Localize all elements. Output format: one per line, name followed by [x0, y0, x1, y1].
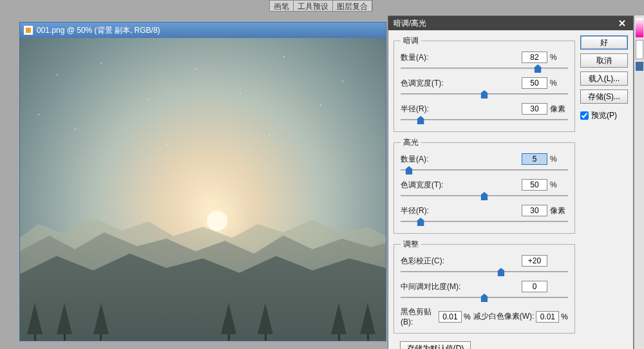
adjust-group: 调整 色彩校正(C): 中间调对比度(M): 黑色剪贴(B): % 减少白色像素… [393, 239, 575, 334]
shadows-tonal-unit: % [550, 79, 568, 88]
highlights-tonal-label: 色调宽度(T): [401, 180, 522, 191]
shadows-legend: 暗调 [401, 35, 421, 46]
tab-tool-presets[interactable]: 工具预设 [294, 1, 333, 11]
mid-contrast-label: 中间调对比度(M): [401, 281, 522, 292]
tool-tabs: 画笔 工具预设 图层复合 [269, 0, 373, 12]
shadows-tonal-label: 色调宽度(T): [401, 78, 522, 89]
ok-button[interactable]: 好 [580, 35, 628, 50]
color-correct-slider[interactable] [401, 268, 568, 277]
dialog-title: 暗调/高光 [393, 18, 426, 29]
color-correct-label: 色彩校正(C): [401, 256, 522, 267]
shadows-radius-label: 半径(R): [401, 104, 522, 115]
dialog-titlebar[interactable]: 暗调/高光 [388, 16, 633, 30]
highlights-radius-slider[interactable] [401, 218, 568, 227]
white-clip-input[interactable] [536, 311, 559, 323]
preview-input[interactable] [580, 111, 589, 120]
mid-contrast-slider[interactable] [401, 294, 568, 303]
shadows-group: 暗调 数量(A): % 色调宽度(T): % 半径(R): 像素 [393, 35, 575, 132]
save-defaults-button[interactable]: 存储为默认值(D) [400, 341, 471, 349]
shadows-highlights-dialog: 暗调/高光 暗调 数量(A): % 色调宽度(T): % 半径(R): 像素 [388, 15, 634, 349]
file-icon [24, 26, 33, 35]
highlights-radius-unit: 像素 [550, 205, 568, 216]
mid-contrast-input[interactable] [522, 281, 547, 292]
shadows-amount-input[interactable] [522, 52, 547, 63]
adjust-legend: 调整 [401, 239, 421, 250]
load-button[interactable]: 载入(L)... [580, 71, 628, 86]
highlights-group: 高光 数量(A): % 色调宽度(T): % 半径(R): 像素 [393, 137, 575, 234]
highlights-amount-unit: % [550, 155, 568, 164]
highlights-amount-label: 数量(A): [401, 154, 522, 165]
white-clip-unit: % [561, 312, 568, 321]
black-clip-unit: % [464, 312, 471, 321]
save-button[interactable]: 存储(S)... [580, 90, 628, 104]
close-button[interactable] [616, 17, 628, 29]
shadows-amount-unit: % [550, 53, 568, 62]
shadows-amount-label: 数量(A): [401, 52, 522, 63]
shadows-tonal-input[interactable] [522, 77, 547, 89]
tab-layer-comps[interactable]: 图层复合 [333, 1, 372, 11]
sun-graphic [207, 211, 227, 231]
highlights-legend: 高光 [401, 137, 421, 148]
shadows-radius-slider[interactable] [401, 116, 568, 125]
highlights-radius-label: 半径(R): [401, 205, 522, 216]
document-window: 001.png @ 50% (背景 副本, RGB/8) [19, 22, 386, 341]
tab-brush[interactable]: 画笔 [270, 1, 294, 11]
document-titlebar[interactable]: 001.png @ 50% (背景 副本, RGB/8) [20, 23, 386, 38]
document-title: 001.png @ 50% (背景 副本, RGB/8) [37, 25, 160, 36]
document-canvas[interactable] [20, 38, 386, 341]
highlights-tonal-slider[interactable] [401, 192, 568, 201]
right-panel-strip [634, 15, 644, 349]
highlights-amount-slider[interactable] [401, 166, 568, 175]
black-clip-label: 黑色剪贴(B): [401, 307, 437, 326]
preview-label: 预览(P) [591, 110, 617, 121]
shadows-tonal-slider[interactable] [401, 90, 568, 99]
close-icon [619, 20, 625, 26]
white-clip-label: 减少白色像素(W): [473, 311, 535, 322]
preview-checkbox[interactable]: 预览(P) [580, 110, 628, 121]
highlights-tonal-unit: % [550, 180, 568, 189]
highlights-amount-input[interactable] [522, 153, 547, 165]
shadows-radius-unit: 像素 [550, 104, 568, 115]
color-correct-input[interactable] [522, 255, 547, 267]
shadows-amount-slider[interactable] [401, 64, 568, 73]
highlights-radius-input[interactable] [522, 205, 547, 216]
black-clip-input[interactable] [439, 311, 462, 323]
cancel-button[interactable]: 取消 [580, 53, 628, 68]
highlights-tonal-input[interactable] [522, 179, 547, 191]
shadows-radius-input[interactable] [522, 103, 547, 115]
